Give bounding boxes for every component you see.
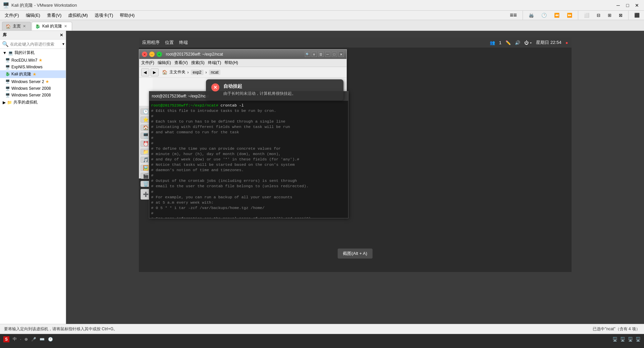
fm-menu-view[interactable]: 查看(V)	[174, 60, 188, 66]
fm-maximize-btn[interactable]: □	[332, 52, 337, 57]
kali-power-icon[interactable]: ⏻ ▾	[524, 40, 532, 45]
fm-menu-file[interactable]: 文件(F)	[141, 60, 154, 66]
sidebar-item-winserver2008a[interactable]: 🖥️ Windows Server 2008	[0, 85, 66, 92]
menu-bar: 文件(F) 编辑(E) 查看(V) 虚拟机(M) 选项卡(T) 帮助(H) ≡≡…	[0, 11, 644, 20]
search-input[interactable]	[10, 42, 60, 47]
home-tab-icon: 🏠	[6, 24, 11, 29]
fm-icon-btn1[interactable]: 🔍	[305, 52, 310, 57]
fm-path-bar: 🏠 主文件夹 › exp2 › ncat	[162, 69, 342, 75]
term-line-10: # and day of week (dow) or use '*' in th…	[151, 157, 346, 162]
term-line-1: # Edit this file to introduce tasks to b…	[151, 108, 346, 114]
expand-icon: ▶	[3, 100, 6, 105]
fm-icon-btn2[interactable]: ≡	[312, 52, 317, 57]
fm-icon-btn3[interactable]: ☰	[318, 52, 324, 57]
fm-forward-btn[interactable]: ▶	[151, 68, 159, 76]
menu-help[interactable]: 帮助(H)	[116, 12, 138, 19]
fm-menu-edit[interactable]: 编辑(E)	[158, 60, 171, 66]
toolbar-prev[interactable]: ⏪	[551, 10, 562, 21]
os-mic-icon: 🎤	[31, 337, 36, 342]
fm-path-ncat[interactable]: ncat	[209, 70, 221, 75]
sidebar-item-label: Windows Server 2	[11, 79, 44, 84]
kali-menu-terminal[interactable]: 终端	[179, 40, 188, 46]
toolbar-fullscreen[interactable]: ⬜	[581, 10, 592, 21]
taskbar-icon-vm4[interactable]: 🖥️	[636, 337, 641, 342]
toolbar-snap[interactable]: ⊠	[616, 10, 626, 21]
fm-path-exp2[interactable]: exp2	[191, 70, 204, 75]
kali-tab-close[interactable]: ✕	[64, 24, 67, 28]
title-bar: 🖥️ Kali 的克隆 - VMware Workstation ─ □ ✕	[0, 0, 644, 11]
taskbar-icon-vm2[interactable]: 🖥️	[620, 337, 625, 342]
home-tab-label: 主页	[13, 23, 21, 29]
fm-menu-help[interactable]: 帮助(H)	[224, 60, 238, 66]
sidebar-close-button[interactable]: ✕	[60, 33, 63, 38]
minimize-button[interactable]: ─	[614, 2, 623, 9]
toolbar-history[interactable]: 🕐	[538, 10, 550, 21]
notification-text: 自动挂起 由于长时间未活动，计算机将很快挂起。	[223, 83, 338, 96]
sidebar-item-winserver2008b[interactable]: 🖥️ Windows Server 2008	[0, 92, 66, 98]
os-input-method[interactable]: S	[3, 336, 9, 342]
sidebar-item-expnis[interactable]: 🖥️ ExpNIS.Windows	[0, 64, 66, 70]
search-dropdown-icon[interactable]: ▼	[62, 42, 65, 46]
tab-kali[interactable]: 🐉 Kali 的克隆 ✕	[32, 22, 72, 30]
expand-icon: ▼	[3, 51, 7, 55]
sidebar-item-label: 我的计算机	[14, 50, 35, 56]
fm-menu-terminal[interactable]: 终端(T)	[208, 60, 221, 66]
vm-icon: 🖥️	[5, 65, 10, 69]
fm-close-btn[interactable]: ✕	[142, 52, 147, 57]
sidebar-item-mycomputer[interactable]: ▼ 💻 我的计算机	[0, 49, 66, 57]
sidebar-item-rocedu[interactable]: 🖥️ RocEDU.Win7 ★	[0, 57, 66, 64]
menu-vm[interactable]: 虚拟机(M)	[65, 12, 91, 19]
menu-view[interactable]: 查看(V)	[44, 12, 65, 19]
os-lang-indicator[interactable]: 中	[13, 336, 17, 342]
menu-edit[interactable]: 编辑(E)	[22, 12, 44, 19]
toolbar-list-btn[interactable]: ≡≡	[507, 10, 520, 21]
toolbar-print[interactable]: 🖨️	[526, 10, 537, 21]
tab-home[interactable]: 🏠 主页 ✕	[2, 22, 31, 30]
terminal-content[interactable]: root@20175236wff:~/exp2/ncat# crontab -l…	[149, 101, 348, 218]
fm-menu-search[interactable]: 搜索(S)	[191, 60, 205, 66]
sidebar: 库 ✕ 🔍 ▼ ▼ 💻 我的计算机 🖥️ RocEDU.Win7 ★ 🖥️	[0, 31, 66, 324]
star-icon[interactable]: ★	[45, 79, 49, 84]
fm-min-btn[interactable]: ─	[149, 52, 155, 57]
path-sep: ›	[187, 70, 189, 75]
star-icon[interactable]: ★	[33, 72, 37, 77]
fm-titlebar: ✕ ─ + root@20175236wff: ~/exp2/ncat 🔍 ≡ …	[139, 50, 346, 59]
star-icon[interactable]: ★	[39, 58, 43, 63]
fm-x-btn[interactable]: ✕	[338, 52, 344, 57]
taskbar-icon-vm3[interactable]: 🖥️	[628, 337, 633, 342]
fm-max-btn[interactable]: +	[157, 52, 162, 57]
fm-back-btn[interactable]: ◀	[141, 68, 149, 76]
maximize-button[interactable]: □	[623, 2, 632, 9]
os-clock-icon: 🕐	[48, 337, 53, 342]
sidebar-item-kali[interactable]: 🐉 Kali 的克隆 ★	[0, 70, 66, 78]
fm-path-home[interactable]: 主文件夹	[169, 69, 185, 75]
term-line-8: # To define the time you can provide con…	[151, 146, 346, 151]
home-tab-close[interactable]: ✕	[23, 24, 26, 28]
kali-icon: 🐉	[5, 72, 10, 76]
vm-guest-display[interactable]: 应用程序 位置 终端 👥 1 ✏️ 🔊 ⏻ ▾ 星期日 22:54 ● ✕ ─	[139, 38, 572, 272]
kali-menu-apps[interactable]: 应用程序	[142, 40, 160, 46]
tab-bar: 🏠 主页 ✕ 🐉 Kali 的克隆 ✕	[0, 20, 644, 31]
path-sep2: ›	[206, 70, 207, 75]
notification-popup: ✕ 自动挂起 由于长时间未活动，计算机将很快挂起。	[206, 79, 343, 100]
sidebar-item-shared[interactable]: ▶ 📁 共享的虚拟机	[0, 98, 66, 106]
statusbar: 要将输入定向到该虚拟机，请将鼠标指针移入其中或按 Ctrl+G。 已选中"nca…	[0, 324, 644, 334]
menu-tabs[interactable]: 选项卡(T)	[91, 12, 117, 19]
taskbar-icon-vm1[interactable]: 🖥️	[612, 337, 618, 342]
term-first-line: root@20175236wff:~/exp2/ncat# crontab -l	[151, 103, 346, 108]
app-icon: 🖥️	[3, 2, 9, 8]
menu-file[interactable]: 文件(F)	[1, 12, 22, 19]
toolbar-stretch[interactable]: ⊞	[605, 10, 614, 21]
sidebar-item-winserver1[interactable]: 🖥️ Windows Server 2 ★	[0, 78, 66, 85]
kali-menu-places[interactable]: 位置	[165, 40, 174, 46]
fm-toolbar: ◀ ▶ 🏠 主文件夹 › exp2 › ncat	[139, 67, 346, 78]
vm-icon: 🖥️	[5, 93, 10, 97]
notification-close-btn[interactable]: ✕	[211, 83, 219, 91]
sidebar-item-label: Windows Server 2008	[11, 93, 51, 97]
close-button[interactable]: ✕	[633, 2, 641, 9]
fm-minimize-btn[interactable]: ─	[325, 52, 330, 57]
toolbar-next[interactable]: ⏩	[564, 10, 575, 21]
toolbar-shrink[interactable]: ⊟	[594, 10, 603, 21]
os-punctuation: ·	[20, 337, 21, 342]
toolbar-unity[interactable]: ⬛	[631, 10, 643, 21]
